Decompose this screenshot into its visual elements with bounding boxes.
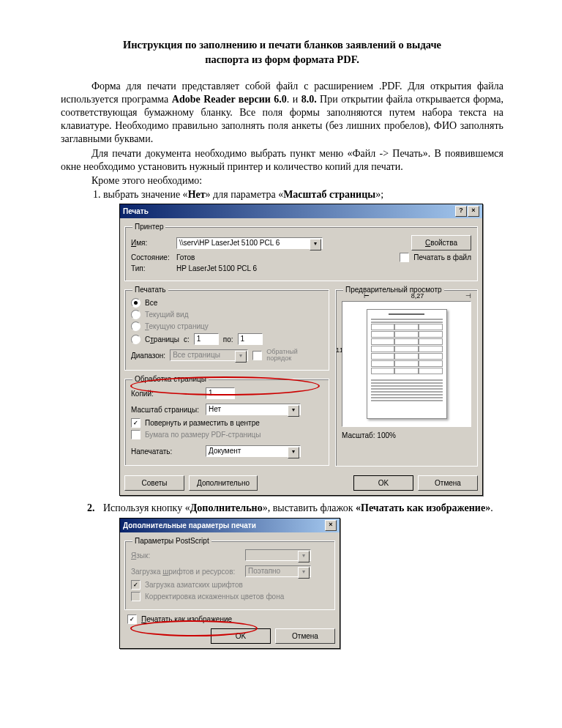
state-label: Состояние: bbox=[131, 253, 172, 261]
paragraph-2: Для печати документа необходимо выбрать … bbox=[61, 147, 503, 174]
copies-input[interactable]: 1 bbox=[206, 387, 235, 399]
page-thumbnail bbox=[367, 309, 447, 419]
advanced-button[interactable]: Дополнительно bbox=[189, 475, 258, 491]
properties-button[interactable]: Свойства bbox=[411, 235, 471, 250]
print-dialog: Печать ? × Принтер Имя: \\serv\HP LaserJ… bbox=[119, 204, 483, 496]
tips-button[interactable]: Советы bbox=[124, 475, 184, 491]
paper-checkbox[interactable] bbox=[131, 430, 140, 439]
range-group: Печатать Все Текущий вид Текущую страниц… bbox=[124, 286, 329, 371]
subset-select: Все страницы▾ bbox=[170, 349, 248, 361]
printwhat-label: Напечатать: bbox=[131, 447, 201, 456]
scale-select[interactable]: Нет▾ bbox=[206, 404, 301, 415]
paragraph-3: Кроме этого необходимо: bbox=[61, 174, 503, 187]
close-icon[interactable]: × bbox=[325, 520, 337, 531]
paper-label: Бумага по размеру PDF-страницы bbox=[145, 431, 261, 439]
handling-group: Обработка страницы Копий: 1 Масштаб стра… bbox=[124, 375, 329, 466]
titlebar[interactable]: Печать ? × bbox=[120, 204, 482, 218]
name-label: Имя: bbox=[131, 239, 172, 247]
state-value: Готов bbox=[176, 253, 195, 261]
zoom-label: Масштаб: 100% bbox=[342, 431, 471, 439]
print-as-image-label: Печатать как изображение bbox=[141, 615, 232, 623]
ok-button[interactable]: OK bbox=[211, 628, 271, 644]
printer-legend: Принтер bbox=[132, 223, 165, 231]
lang-label: Язык: bbox=[131, 551, 241, 560]
printer-group: Принтер Имя: \\serv\HP LaserJet 5100 PCL… bbox=[124, 223, 478, 281]
print-to-file-checkbox[interactable] bbox=[400, 253, 409, 262]
fonts-label: Загрузка шрифтов и ресурсов: bbox=[131, 568, 241, 576]
radio-all-label: Все bbox=[145, 299, 157, 307]
fonts-select: Поэтапно▾ bbox=[245, 565, 311, 577]
printwhat-select[interactable]: Документ▾ bbox=[206, 445, 301, 457]
printer-select[interactable]: \\serv\HP LaserJet 5100 PCL 6▾ bbox=[176, 237, 323, 249]
chevron-down-icon: ▾ bbox=[288, 405, 299, 417]
scale-label: Масштаб страницы: bbox=[131, 406, 201, 414]
titlebar[interactable]: Дополнительные параметры печати × bbox=[120, 519, 340, 532]
preview-group: Предварительный просмотр ⊢8,27⊣ 11,69 bbox=[335, 286, 478, 467]
chevron-down-icon: ▾ bbox=[235, 351, 247, 363]
ps-legend: Параметры PostScript bbox=[132, 537, 211, 545]
asian-label: Загрузка азиатских шрифтов bbox=[145, 581, 243, 589]
colorfix-checkbox bbox=[131, 592, 140, 601]
print-to-file-label: Печатать в файл bbox=[413, 253, 471, 261]
radio-curview[interactable] bbox=[131, 310, 140, 319]
chevron-down-icon: ▾ bbox=[310, 239, 321, 250]
print-as-image-checkbox[interactable] bbox=[127, 614, 137, 624]
to-input[interactable]: 1 bbox=[238, 333, 263, 345]
list-item-2: 2. Используя кнопку «Дополнительно», выс… bbox=[87, 502, 503, 515]
radio-all[interactable] bbox=[131, 298, 140, 308]
to-label: по: bbox=[223, 335, 233, 343]
cancel-button[interactable]: Отмена bbox=[418, 475, 478, 491]
page-title: Инструкция по заполнению и печати бланко… bbox=[61, 38, 503, 67]
lang-select: ▾ bbox=[245, 549, 311, 561]
reverse-label: Обратный порядок bbox=[266, 349, 323, 362]
type-value: HP LaserJet 5100 PCL 6 bbox=[176, 264, 257, 272]
chevron-down-icon: ▾ bbox=[298, 567, 310, 579]
ok-button[interactable]: OK bbox=[353, 475, 413, 491]
range-legend: Печатать bbox=[132, 286, 168, 294]
list-item-1: выбрать значение «Нет» для параметра «Ма… bbox=[103, 189, 503, 201]
asian-checkbox bbox=[131, 580, 140, 590]
preview-canvas bbox=[342, 301, 471, 427]
chevron-down-icon: ▾ bbox=[298, 551, 310, 562]
radio-curview-label: Текущий вид bbox=[145, 311, 189, 319]
from-input[interactable]: 1 bbox=[194, 333, 219, 345]
rotate-label: Повернуть и разместить в центре bbox=[145, 419, 260, 427]
type-label: Тип: bbox=[131, 264, 172, 272]
reverse-checkbox bbox=[252, 351, 262, 360]
postscript-group: Параметры PostScript Язык: ▾ Загрузка шр… bbox=[124, 537, 335, 610]
radio-curpage-label: Текущую страницу bbox=[145, 322, 209, 330]
from-label: с: bbox=[184, 335, 190, 343]
dialog-title: Печать bbox=[123, 207, 149, 215]
paragraph-1: Форма для печати представляет собой файл… bbox=[61, 80, 503, 146]
chevron-down-icon: ▾ bbox=[288, 447, 299, 458]
close-icon[interactable]: × bbox=[468, 206, 479, 217]
radio-pages-label: Страницы bbox=[145, 335, 179, 343]
radio-pages[interactable] bbox=[131, 335, 140, 344]
handling-legend: Обработка страницы bbox=[132, 375, 209, 383]
subset-label: Диапазон: bbox=[131, 352, 165, 360]
advanced-dialog: Дополнительные параметры печати × Параме… bbox=[119, 518, 340, 649]
help-icon[interactable]: ? bbox=[455, 206, 467, 217]
rotate-checkbox[interactable] bbox=[131, 418, 140, 428]
dialog-title: Дополнительные параметры печати bbox=[123, 521, 256, 530]
radio-curpage[interactable] bbox=[131, 322, 140, 331]
cancel-button[interactable]: Отмена bbox=[275, 628, 335, 644]
ruler-width: ⊢8,27⊣ bbox=[364, 292, 471, 300]
colorfix-label: Корректировка искаженных цветов фона bbox=[145, 593, 284, 601]
copies-label: Копий: bbox=[131, 390, 201, 398]
